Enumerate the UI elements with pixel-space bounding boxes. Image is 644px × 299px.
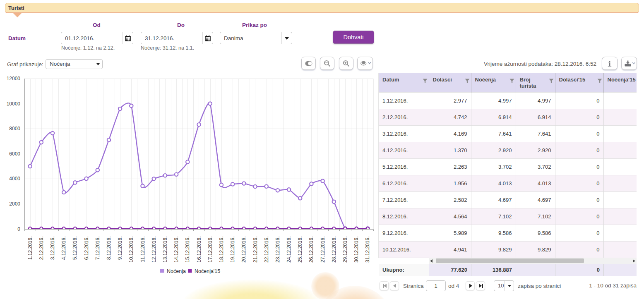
svg-text:15.12.2016.: 15.12.2016. [185,237,190,263]
svg-text:Noćenja'15: Noćenja'15 [195,268,220,274]
svg-text:7.12.2016.: 7.12.2016. [95,237,101,260]
svg-text:10000: 10000 [7,101,21,107]
svg-text:12000: 12000 [7,76,21,81]
svg-text:Noćenja: Noćenja [167,268,186,274]
svg-text:21.12.2016.: 21.12.2016. [252,237,258,263]
svg-text:5.12.2016.: 5.12.2016. [72,237,78,260]
svg-text:1.12.2016.: 1.12.2016. [27,237,33,260]
svg-text:6000: 6000 [9,151,20,157]
svg-text:2000: 2000 [9,201,20,207]
svg-text:8000: 8000 [9,126,20,132]
svg-text:26.12.2016.: 26.12.2016. [308,237,314,263]
svg-text:2.12.2016.: 2.12.2016. [38,237,44,260]
svg-text:4.12.2016.: 4.12.2016. [61,237,67,260]
svg-text:3.12.2016.: 3.12.2016. [50,237,55,260]
svg-text:16.12.2016.: 16.12.2016. [196,237,202,263]
svg-text:9.12.2016.: 9.12.2016. [117,237,123,260]
svg-text:11.12.2016.: 11.12.2016. [140,237,146,263]
svg-text:22.12.2016.: 22.12.2016. [264,237,269,263]
svg-text:19.12.2016.: 19.12.2016. [230,237,235,263]
svg-text:31.12.2016.: 31.12.2016. [365,237,370,263]
svg-text:12.12.2016.: 12.12.2016. [151,237,157,263]
svg-text:8.12.2016.: 8.12.2016. [106,237,112,260]
svg-text:18.12.2016.: 18.12.2016. [219,237,224,263]
svg-text:23.12.2016.: 23.12.2016. [275,237,281,263]
svg-text:6.12.2016.: 6.12.2016. [84,237,89,260]
svg-text:13.12.2016.: 13.12.2016. [162,237,168,263]
svg-text:0: 0 [17,226,20,232]
svg-text:29.12.2016.: 29.12.2016. [342,237,348,263]
svg-text:25.12.2016.: 25.12.2016. [297,237,303,263]
svg-text:30.12.2016.: 30.12.2016. [353,237,359,263]
svg-text:24.12.2016.: 24.12.2016. [286,237,292,263]
svg-text:20.12.2016.: 20.12.2016. [241,237,247,263]
svg-text:17.12.2016.: 17.12.2016. [207,237,213,263]
svg-text:28.12.2016.: 28.12.2016. [331,237,337,263]
svg-text:4000: 4000 [9,176,20,182]
svg-text:14.12.2016.: 14.12.2016. [173,237,179,263]
svg-text:10.12.2016.: 10.12.2016. [128,237,134,263]
svg-text:27.12.2016.: 27.12.2016. [320,237,326,263]
